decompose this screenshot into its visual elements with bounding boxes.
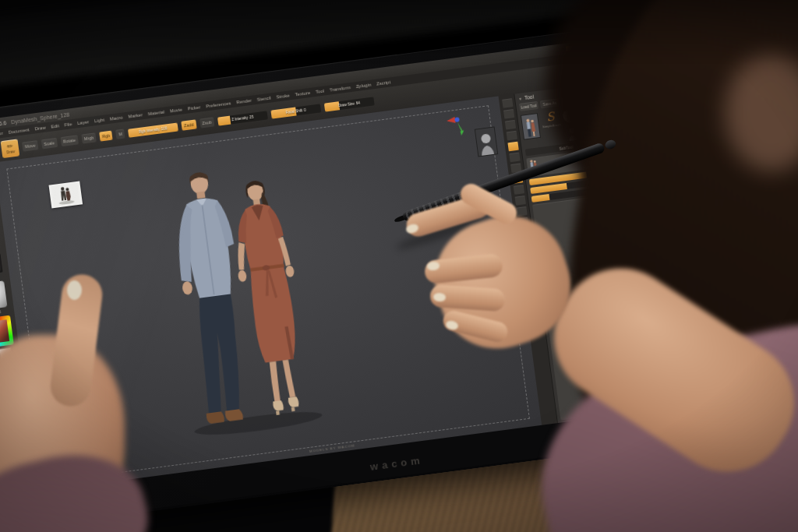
persp-icon[interactable]: [507, 142, 518, 152]
z-intensity-slider[interactable]: Z Intensity 25: [217, 111, 268, 125]
menu-item[interactable]: Movie: [170, 107, 183, 114]
menu-item[interactable]: Render: [236, 98, 252, 105]
menu-item[interactable]: Draw: [34, 125, 46, 132]
menu-item[interactable]: Zscript: [376, 79, 391, 86]
draw-size-slider[interactable]: Draw Size 64: [324, 97, 375, 111]
material-thumbnail[interactable]: [0, 280, 7, 310]
bust-silhouette: [477, 131, 497, 157]
menu-item[interactable]: Color: [0, 131, 3, 137]
reference-photo-thumbnail[interactable]: [49, 181, 83, 209]
mini-couple-silhouette: [524, 118, 538, 139]
zsub-button[interactable]: Zsub: [200, 117, 215, 128]
menu-item[interactable]: Stroke: [276, 93, 290, 99]
rgb-button[interactable]: Rgb: [99, 131, 113, 142]
bpr-icon[interactable]: [502, 98, 513, 108]
menu-item[interactable]: Transform: [330, 85, 351, 92]
menu-item[interactable]: Picker: [187, 104, 200, 111]
floor-icon[interactable]: [509, 153, 520, 163]
zoom-icon[interactable]: [504, 120, 515, 130]
menu-item[interactable]: Macro: [110, 115, 123, 122]
menu-item[interactable]: Edit: [51, 123, 59, 129]
scale-button[interactable]: Scale: [41, 138, 58, 149]
menu-item[interactable]: Light: [94, 118, 105, 124]
draw-button[interactable]: ✏ Draw: [1, 139, 20, 158]
reference-couple-silhouette: [51, 183, 80, 206]
tool-palette-button[interactable]: Load Tool: [519, 101, 538, 111]
scale3d-icon[interactable]: [516, 206, 527, 217]
menu-item[interactable]: Zplugin: [355, 83, 371, 90]
focal-shift-value: 0: [304, 107, 306, 111]
texture-picker[interactable]: [0, 254, 3, 276]
current-tool-thumbnail[interactable]: [521, 113, 541, 140]
orientation-gizmo[interactable]: [445, 114, 468, 139]
menu-item[interactable]: Texture: [295, 90, 310, 97]
zadd-button[interactable]: Zadd: [181, 119, 196, 130]
slider-fill: [217, 115, 231, 125]
left-thumb-nail: [67, 280, 82, 300]
move3d-icon[interactable]: [514, 196, 525, 206]
tool-palette-title: Tool: [524, 94, 535, 100]
menu-item[interactable]: Stencil: [256, 96, 271, 102]
draw-label: Draw: [6, 150, 15, 154]
z-intensity-value: 25: [249, 115, 254, 119]
draw-size-label: Draw Size: [338, 101, 355, 107]
move-button[interactable]: Move: [22, 140, 38, 151]
slider-fill: [531, 194, 550, 203]
focal-shift-slider[interactable]: Focal Shift 0: [270, 104, 321, 118]
mrgb-button[interactable]: Mrgb: [81, 132, 97, 143]
chevron-down-icon: ▼: [518, 96, 523, 101]
draw-size-value: 64: [355, 100, 360, 105]
actual-size-icon[interactable]: [506, 131, 517, 141]
menu-item[interactable]: Marker: [128, 112, 143, 118]
color-picker-gradient[interactable]: [0, 319, 9, 344]
slider-fill: [324, 101, 340, 111]
frame-icon[interactable]: [513, 185, 524, 195]
menu-item[interactable]: File: [64, 122, 72, 127]
menu-item[interactable]: Document: [8, 127, 30, 135]
rgb-intensity-value: 100: [161, 126, 168, 131]
rgb-intensity-slider[interactable]: Rgb Intensity 100: [128, 122, 178, 137]
menu-item[interactable]: Layer: [77, 119, 90, 125]
head-preview-thumbnail[interactable]: [475, 127, 498, 157]
photo-scene: Z ZBrush 2021.6.6 DynaMesh_Sphere_128 – …: [0, 0, 798, 532]
menu-item[interactable]: Tool: [316, 89, 325, 94]
m-button[interactable]: M: [115, 129, 125, 139]
scroll-icon[interactable]: [503, 109, 514, 119]
menu-item[interactable]: Material: [147, 110, 164, 117]
rotate-button[interactable]: Rotate: [60, 135, 79, 146]
material-label: Material: [0, 310, 2, 315]
z-intensity-label: Z Intensity: [231, 115, 249, 122]
